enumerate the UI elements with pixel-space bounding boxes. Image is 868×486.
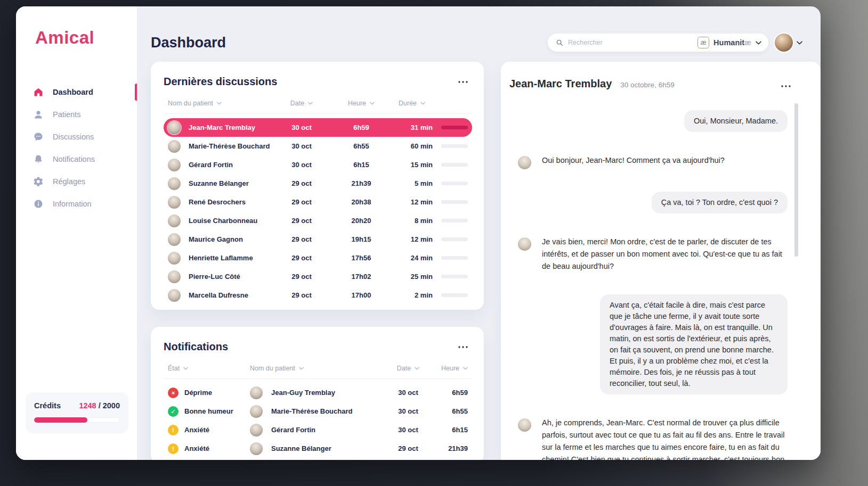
- active-indicator: [135, 84, 137, 101]
- status-icon: !: [168, 425, 179, 435]
- discussion-time: 6h55: [327, 142, 395, 150]
- avatar: [168, 196, 181, 209]
- message-text: Oui bonjour, Jean-Marc! Comment ça va au…: [542, 154, 725, 169]
- table-row[interactable]: René Desrochers 29 oct 20h38 12 min: [164, 193, 472, 211]
- table-row[interactable]: Louise Charbonneau 29 oct 20h20 8 min: [164, 211, 472, 230]
- table-row[interactable]: Jean-Marc Tremblay 30 oct 6h59 31 min: [164, 118, 472, 137]
- status-icon: ✓: [168, 406, 179, 417]
- discussion-date: 29 oct: [276, 273, 327, 281]
- duration-bar-track: [441, 144, 468, 148]
- notification-row[interactable]: ✓Bonne humeur Marie-Thérèse Bouchard 30 …: [164, 402, 472, 421]
- notifications-panel: Notifications État Nom du patient Date H…: [151, 327, 484, 460]
- avatar: [250, 424, 263, 436]
- left-column: Dernières discussions Nom du patient Dat…: [151, 62, 484, 460]
- content: Dernières discussions Nom du patient Dat…: [151, 62, 821, 460]
- message-text: Oui, Monsieur, Madame.: [684, 110, 788, 132]
- sort-date[interactable]: Date: [276, 100, 327, 107]
- chat-message: Ça va, toi ? Ton ordre, c'est quoi ?: [518, 192, 788, 213]
- discussion-date: 29 oct: [276, 235, 327, 243]
- avatar: [168, 215, 181, 227]
- sidebar-item-discussions[interactable]: Discussions: [16, 126, 137, 148]
- avatar: [775, 34, 793, 52]
- chat-header: Jean-Marc Tremblay 30 octobre, 6h59: [509, 78, 821, 90]
- patient-name: René Desrochers: [189, 198, 246, 206]
- sort-heure[interactable]: Heure: [434, 365, 468, 372]
- chevron-down-icon: [308, 102, 313, 105]
- sort-heure[interactable]: Heure: [327, 100, 395, 107]
- patient-name: Gérard Fortin: [271, 426, 315, 434]
- notification-row[interactable]: ×Déprime Jean-Guy Tremblay 30 oct 6h59: [164, 383, 472, 402]
- search-input[interactable]: [568, 39, 697, 46]
- duration-bar-track: [441, 163, 468, 167]
- patient-name: Jean-Marc Tremblay: [189, 123, 255, 131]
- discussion-duration: 25 min: [395, 273, 433, 281]
- avatar: [168, 233, 181, 246]
- duration-bar-track: [441, 200, 468, 204]
- more-options-icon[interactable]: [456, 79, 470, 85]
- language-selector[interactable]: æ Humanitæ: [697, 37, 761, 48]
- table-row[interactable]: Suzanne Bélanger 29 oct 21h39 5 min: [164, 174, 472, 193]
- notification-row[interactable]: !Anxiété Gérard Fortin 30 oct 6h15: [164, 421, 472, 439]
- discussion-duration: 12 min: [395, 235, 433, 243]
- chevron-down-icon: [756, 41, 761, 45]
- sidebar-item-notifications[interactable]: Notifications: [16, 148, 137, 170]
- patient-name: Maurice Gagnon: [189, 235, 243, 243]
- table-row[interactable]: Marie-Thérèse Bouchard 30 oct 6h55 60 mi…: [164, 137, 472, 155]
- table-row[interactable]: Henriette Laflamme 29 oct 17h56 24 min: [164, 249, 472, 267]
- gear-icon: [33, 176, 44, 187]
- avatar: [518, 237, 531, 251]
- discussion-time: 20h38: [327, 198, 395, 206]
- patient-name: Marie-Thérèse Bouchard: [271, 407, 352, 415]
- sidebar-nav: Dashboard Patients Discussions Notificat…: [16, 81, 137, 215]
- more-options-icon[interactable]: [456, 344, 470, 350]
- chat-scrollbar[interactable]: [794, 103, 798, 257]
- notification-row[interactable]: !Anxiété Suzanne Bélanger 29 oct 21h39: [164, 439, 472, 458]
- notifications-rows: ×Déprime Jean-Guy Tremblay 30 oct 6h59 ✓…: [164, 383, 472, 458]
- sidebar-item-information[interactable]: Information: [16, 193, 137, 215]
- discussion-time: 20h20: [327, 217, 395, 225]
- sort-date[interactable]: Date: [383, 365, 434, 372]
- chevron-down-icon: [463, 367, 468, 370]
- avatar: [250, 405, 263, 418]
- sort-name[interactable]: Nom du patient: [168, 100, 276, 107]
- patient-name: Suzanne Bélanger: [271, 444, 331, 452]
- profile-menu[interactable]: [775, 34, 802, 52]
- message-text: Avant ça, c'était facile à dire, mais c'…: [600, 294, 788, 394]
- sort-name[interactable]: Nom du patient: [250, 365, 383, 372]
- more-options-icon[interactable]: [779, 83, 793, 89]
- table-row[interactable]: Gérard Fortin 30 oct 6h15 15 min: [164, 155, 472, 174]
- sidebar-item-label: Patients: [53, 110, 80, 119]
- discussion-duration: 24 min: [395, 254, 433, 262]
- search-icon: [556, 39, 563, 46]
- duration-bar-track: [441, 126, 468, 129]
- discussion-duration: 5 min: [395, 179, 433, 187]
- discussion-time: 19h15: [327, 235, 395, 243]
- sidebar-item-label: Discussions: [53, 133, 94, 141]
- sort-duree[interactable]: Durée: [395, 100, 468, 107]
- sidebar-item-dashboard[interactable]: Dashboard: [16, 81, 137, 103]
- chat-messages: Oui, Monsieur, Madame. Oui bonjour, Jean…: [509, 90, 821, 460]
- message-text: Ça va, toi ? Ton ordre, c'est quoi ?: [652, 192, 788, 213]
- table-row[interactable]: Maurice Gagnon 29 oct 19h15 12 min: [164, 230, 472, 249]
- duration-bar-track: [441, 219, 468, 223]
- discussion-time: 17h00: [327, 291, 395, 299]
- chevron-down-icon: [797, 41, 802, 45]
- patient-name: Henriette Laflamme: [189, 254, 253, 262]
- sidebar-item-reglages[interactable]: Réglages: [16, 170, 137, 193]
- page-title: Dashboard: [151, 35, 226, 51]
- avatar: [250, 386, 263, 399]
- notification-date: 29 oct: [383, 444, 434, 452]
- table-row[interactable]: Marcella Dufresne 29 oct 17h00 2 min: [164, 286, 472, 304]
- sort-etat[interactable]: État: [168, 365, 250, 372]
- avatar: [168, 121, 181, 134]
- chat-message: Je vais bien, merci! Mon ordre, c'est de…: [518, 236, 788, 272]
- sidebar-item-patients[interactable]: Patients: [16, 103, 137, 126]
- chevron-down-icon: [299, 367, 304, 370]
- table-row[interactable]: Pierre-Luc Côté 29 oct 17h02 25 min: [164, 267, 472, 286]
- search-bar: æ Humanitæ: [548, 34, 768, 52]
- notifications-column-headers: État Nom du patient Date Heure: [164, 365, 472, 379]
- discussion-time: 17h02: [327, 273, 395, 281]
- chat-message: Avant ça, c'était facile à dire, mais c'…: [518, 294, 788, 394]
- discussion-duration: 2 min: [395, 291, 433, 299]
- discussions-panel: Dernières discussions Nom du patient Dat…: [151, 62, 484, 310]
